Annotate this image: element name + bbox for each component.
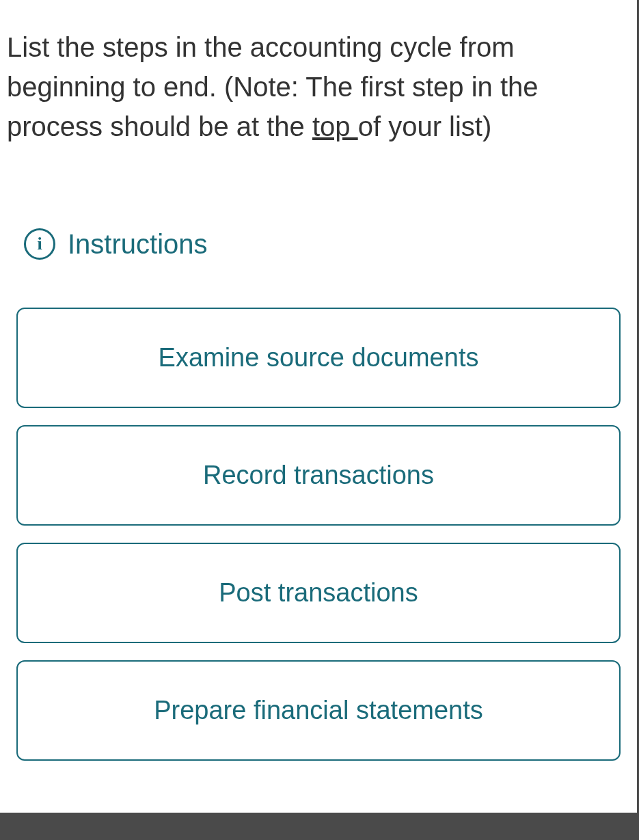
sortable-item[interactable]: Post transactions: [16, 543, 621, 643]
instructions-label: Instructions: [68, 229, 208, 260]
bottom-bar: [0, 813, 639, 840]
info-icon: i: [24, 228, 55, 260]
question-prompt: List the steps in the accounting cycle f…: [7, 27, 630, 146]
question-panel: List the steps in the accounting cycle f…: [0, 0, 639, 813]
instructions-button[interactable]: i Instructions: [24, 228, 630, 260]
sortable-item[interactable]: Prepare financial statements: [16, 660, 621, 761]
info-icon-glyph: i: [37, 234, 42, 254]
sortable-list: Examine source documents Record transact…: [7, 308, 630, 761]
sortable-item[interactable]: Record transactions: [16, 425, 621, 526]
sortable-item[interactable]: Examine source documents: [16, 308, 621, 408]
question-text-part2: of your list): [358, 111, 492, 141]
question-underlined-word: top: [312, 111, 358, 141]
